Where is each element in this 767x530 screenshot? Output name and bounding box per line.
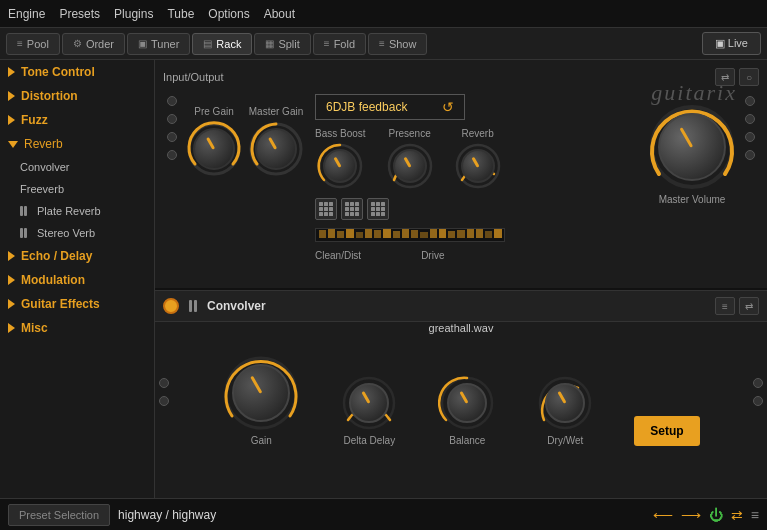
eq-button-1[interactable] — [315, 198, 337, 220]
sidebar-item-stereo-verb[interactable]: Stereo Verb — [0, 222, 154, 244]
preset-text: 6DJB feedback — [326, 100, 407, 114]
sidebar-item-echo-delay[interactable]: Echo / Delay — [0, 244, 154, 268]
sidebar-item-convolver[interactable]: Convolver — [0, 156, 154, 178]
stereo-icon-bar2 — [24, 228, 27, 238]
preset-display[interactable]: 6DJB feedback ↺ — [315, 94, 465, 120]
pre-gain-knob-container: Pre Gain — [185, 106, 243, 178]
power-icon[interactable]: ⏻ — [709, 507, 723, 523]
prev-preset-icon[interactable]: ⟵ — [653, 507, 673, 523]
tab-tuner-label: Tuner — [151, 38, 179, 50]
live-button[interactable]: ▣ Live — [702, 32, 761, 55]
sidebar-item-modulation[interactable]: Modulation — [0, 268, 154, 292]
preset-path: highway / highway — [118, 508, 645, 522]
menu-about[interactable]: About — [264, 7, 295, 21]
menu-presets[interactable]: Presets — [59, 7, 100, 21]
setup-button[interactable]: Setup — [634, 416, 699, 446]
master-gain-knob[interactable] — [255, 128, 297, 170]
convolver-doc-button[interactable]: ≡ — [715, 297, 735, 315]
lower-labels: Clean/Dist Drive — [315, 250, 633, 261]
convolver-title: Convolver — [207, 299, 266, 313]
conv-balance-container: Balance — [438, 374, 496, 446]
tab-split[interactable]: ▦ Split — [254, 33, 310, 55]
tab-order[interactable]: ⚙ Order — [62, 33, 125, 55]
conv-delta-label: Delta Delay — [343, 435, 395, 446]
io-settings-button[interactable]: ○ — [739, 68, 759, 86]
sidebar-item-distortion[interactable]: Distortion — [0, 84, 154, 108]
master-gain-knob-container: Master Gain — [247, 106, 305, 178]
preset-row: 6DJB feedback ↺ — [315, 94, 633, 120]
pre-gain-label: Pre Gain — [194, 106, 233, 117]
menu-bar: Engine Presets Plugins Tube Options Abou… — [0, 0, 767, 28]
sidebar-item-fuzz[interactable]: Fuzz — [0, 108, 154, 132]
drive-label: Drive — [421, 250, 444, 261]
small-knobs-row: Bass Boost Presence — [315, 128, 633, 190]
eq-strip — [315, 228, 505, 242]
collapse-icon — [8, 141, 18, 148]
master-volume-knob[interactable] — [658, 113, 726, 181]
conv-gain-knob[interactable] — [232, 364, 290, 422]
tab-fold-label: Fold — [334, 38, 355, 50]
presence-knob[interactable] — [393, 149, 427, 183]
convolver-toggle[interactable] — [163, 298, 179, 314]
convolver-content: greathall.wav Gain — [155, 322, 767, 462]
sidebar-item-guitar-effects[interactable]: Guitar Effects — [0, 292, 154, 316]
middle-controls: 6DJB feedback ↺ Bass Boost — [309, 92, 639, 261]
menu-engine[interactable]: Engine — [8, 7, 45, 21]
menu-plugins[interactable]: Plugins — [114, 7, 153, 21]
live-icon: ▣ — [715, 37, 725, 49]
input-output-panel: Input/Output ⇄ ○ guitarix Pre Gai — [155, 60, 767, 290]
tab-rack[interactable]: ▤ Rack — [192, 33, 252, 55]
sidebar-item-freeverb[interactable]: Freeverb — [0, 178, 154, 200]
status-bar: Preset Selection highway / highway ⟵ ⟶ ⏻… — [0, 498, 767, 530]
sidebar-item-tone-control[interactable]: Tone Control — [0, 60, 154, 84]
conv-balance-label: Balance — [449, 435, 485, 446]
conv-file: greathall.wav — [429, 322, 494, 334]
stereo-icon-bar1 — [20, 228, 23, 238]
sidebar-item-reverb[interactable]: Reverb — [0, 132, 154, 156]
tab-show-label: Show — [389, 38, 417, 50]
next-preset-icon[interactable]: ⟶ — [681, 507, 701, 523]
convolver-icons: ≡ ⇄ — [715, 297, 759, 315]
menu-options[interactable]: Options — [208, 7, 249, 21]
left-io-dots — [163, 92, 181, 164]
tab-split-label: Split — [278, 38, 299, 50]
grid-icon-1 — [319, 202, 333, 216]
bass-boost-label: Bass Boost — [315, 128, 366, 139]
refresh-icon[interactable]: ↺ — [442, 99, 454, 115]
output-dot-2 — [745, 114, 755, 124]
fold-icon: ≡ — [324, 38, 330, 49]
sidebar-item-plate-reverb[interactable]: Plate Reverb — [0, 200, 154, 222]
menu-tube[interactable]: Tube — [167, 7, 194, 21]
tab-pool[interactable]: ≡ Pool — [6, 33, 60, 55]
presence-label: Presence — [388, 128, 430, 139]
reverb-knob[interactable] — [461, 149, 495, 183]
pre-gain-knob[interactable] — [193, 128, 235, 170]
bypass-icon[interactable]: ⇄ — [731, 507, 743, 523]
grid-icon-2 — [345, 202, 359, 216]
main-layout: Tone Control Distortion Fuzz Reverb Conv… — [0, 60, 767, 498]
tab-show[interactable]: ≡ Show — [368, 33, 427, 55]
sidebar-item-misc[interactable]: Misc — [0, 316, 154, 340]
expand-icon — [8, 67, 15, 77]
tab-fold[interactable]: ≡ Fold — [313, 33, 366, 55]
reverb-label: Reverb — [461, 128, 493, 139]
eq-buttons-row — [315, 198, 633, 220]
eq-button-3[interactable] — [367, 198, 389, 220]
conv-left-dots — [155, 374, 173, 410]
convolver-knobs: Gain Delta Delay — [202, 338, 719, 462]
input-dot-1 — [167, 96, 177, 106]
convolver-swap-button[interactable]: ⇄ — [739, 297, 759, 315]
input-dot-4 — [167, 150, 177, 160]
pool-icon: ≡ — [17, 38, 23, 49]
tab-rack-label: Rack — [216, 38, 241, 50]
expand-icon — [8, 115, 15, 125]
status-icons: ⟵ ⟶ ⏻ ⇄ ≡ — [653, 507, 759, 523]
rack-icon: ▤ — [203, 38, 212, 49]
menu-icon[interactable]: ≡ — [751, 507, 759, 523]
eq-button-2[interactable] — [341, 198, 363, 220]
expand-icon — [8, 251, 15, 261]
output-dot-1 — [745, 96, 755, 106]
tab-tuner[interactable]: ▣ Tuner — [127, 33, 190, 55]
conv-gain-label: Gain — [251, 435, 272, 446]
clean-dist-label: Clean/Dist — [315, 250, 361, 261]
